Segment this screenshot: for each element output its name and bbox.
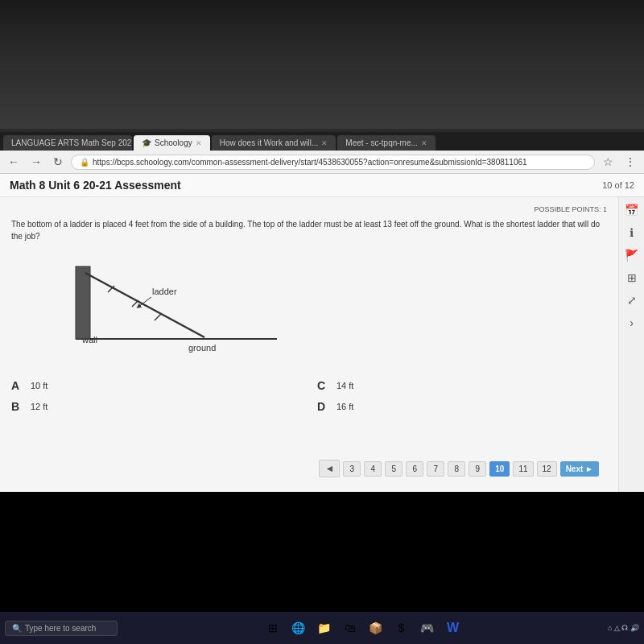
tab-1[interactable]: LANGUAGE ARTS Math Sep 2021 E... ✕ <box>3 135 132 151</box>
right-sidebar: 📅 ℹ 🚩 ⊞ ⤢ › <box>618 197 644 492</box>
question-area: POSSIBLE POINTS: 1 The bottom of a ladde… <box>0 197 618 492</box>
forward-button[interactable]: → <box>27 154 45 170</box>
next-page-button[interactable]: Next ► <box>560 461 599 477</box>
settings-button[interactable]: ⋮ <box>621 154 639 170</box>
taskbar-store-icon[interactable]: 🛍 <box>339 617 361 639</box>
tab-3[interactable]: How does it Work and will... ✕ <box>212 135 336 151</box>
answer-grid: A 10 ft C 14 ft B 12 ft D 16 ft <box>11 379 607 413</box>
main-content: POSSIBLE POINTS: 1 The bottom of a ladde… <box>0 197 644 492</box>
ladder-diagram: ladder wall ground <box>27 250 285 363</box>
taskbar: 🔍 Type here to search ⊞ 🌐 📁 🛍 📦 $ 🎮 W ⌂ … <box>0 612 644 644</box>
page-12-button[interactable]: 12 <box>537 461 557 477</box>
answer-letter-c: C <box>317 379 330 392</box>
expand-icon[interactable]: ⤢ <box>627 294 637 307</box>
calendar-icon[interactable]: 📅 <box>625 204 638 217</box>
flag-icon[interactable]: 🚩 <box>625 249 638 262</box>
search-icon: 🔍 <box>12 624 22 633</box>
tab-4[interactable]: Meet - sc-tpqn-me... ✕ <box>337 135 435 151</box>
answer-text-c: 14 ft <box>336 381 353 390</box>
page-10-button[interactable]: 10 <box>489 461 510 477</box>
browser-chrome: LANGUAGE ARTS Math Sep 2021 E... ✕ 🎓 Sch… <box>0 129 644 174</box>
taskbar-icons: ⊞ 🌐 📁 🛍 📦 $ 🎮 W <box>121 617 605 639</box>
prev-page-button[interactable]: ◄ <box>319 460 340 477</box>
taskbar-dollar-icon[interactable]: $ <box>390 617 413 639</box>
answer-text-d: 16 ft <box>336 402 353 411</box>
tab-1-label: LANGUAGE ARTS Math Sep 2021 E... <box>11 138 132 147</box>
url-text: https://bcps.schoology.com/common-assess… <box>93 158 527 167</box>
chevron-right-icon[interactable]: › <box>630 316 634 329</box>
svg-line-4 <box>132 300 138 307</box>
answer-row-d[interactable]: D 16 ft <box>317 400 607 413</box>
taskbar-folder-icon[interactable]: 📁 <box>313 617 336 639</box>
lock-icon: 🔒 <box>80 158 89 167</box>
svg-rect-1 <box>76 266 90 339</box>
possible-points: POSSIBLE POINTS: 1 <box>11 205 607 213</box>
bookmark-button[interactable]: ☆ <box>600 154 617 170</box>
answer-text-a: 10 ft <box>31 381 47 390</box>
taskbar-app1-icon[interactable]: 🎮 <box>416 617 439 639</box>
answer-row-a[interactable]: A 10 ft <box>11 379 301 392</box>
tab-4-label: Meet - sc-tpqn-me... <box>345 138 417 147</box>
tab-schoology-close[interactable]: ✕ <box>196 139 202 147</box>
answer-letter-a: A <box>11 379 24 392</box>
back-button[interactable]: ← <box>5 154 23 170</box>
page-6-button[interactable]: 6 <box>406 461 423 477</box>
page-8-button[interactable]: 8 <box>448 461 465 477</box>
cursor-area <box>11 426 607 445</box>
address-bar[interactable]: 🔒 https://bcps.schoology.com/common-asse… <box>71 155 595 170</box>
tab-4-close[interactable]: ✕ <box>421 139 427 147</box>
answer-row-b[interactable]: B 12 ft <box>11 400 301 413</box>
taskbar-dropbox-icon[interactable]: 📦 <box>365 617 387 639</box>
page-3-button[interactable]: 3 <box>343 461 361 477</box>
photo-background <box>0 0 644 129</box>
page-11-button[interactable]: 11 <box>513 461 533 477</box>
taskbar-edge-icon[interactable]: 🌐 <box>287 617 310 639</box>
taskbar-system-icons: ⌂ △ ☊ 🔊 <box>608 624 639 632</box>
tab-3-label: How does it Work and will... <box>220 138 319 147</box>
answer-letter-b: B <box>11 400 24 413</box>
taskbar-word-icon[interactable]: W <box>442 617 464 639</box>
page-7-button[interactable]: 7 <box>427 461 444 477</box>
answer-row-c[interactable]: C 14 ft <box>317 379 607 392</box>
answer-text-b: 12 ft <box>31 402 47 411</box>
answer-letter-d: D <box>317 400 330 413</box>
page-4-button[interactable]: 4 <box>364 461 382 477</box>
tab-schoology-label: Schoology <box>155 138 192 147</box>
page-title: Math 8 Unit 6 20-21 Assessment <box>10 179 181 192</box>
diagram-container: ladder wall ground <box>27 250 607 366</box>
taskbar-windows-icon[interactable]: ⊞ <box>262 617 284 639</box>
page-count: 10 of 12 <box>602 180 634 190</box>
page-9-button[interactable]: 9 <box>469 461 486 477</box>
svg-text:wall: wall <box>81 335 97 345</box>
page-5-button[interactable]: 5 <box>385 461 402 477</box>
svg-line-2 <box>85 273 204 337</box>
svg-text:ground: ground <box>188 343 216 353</box>
refresh-button[interactable]: ↻ <box>50 154 66 170</box>
pagination-bar: ◄ 3 4 5 6 7 8 9 10 11 12 Next ► <box>11 453 607 484</box>
tab-schoology[interactable]: 🎓 Schoology ✕ <box>134 135 210 151</box>
question-text: The bottom of a ladder is placed 4 feet … <box>11 218 607 242</box>
info-icon[interactable]: ℹ <box>630 226 634 239</box>
tab-bar: LANGUAGE ARTS Math Sep 2021 E... ✕ 🎓 Sch… <box>0 132 644 151</box>
tab-3-close[interactable]: ✕ <box>321 139 328 147</box>
taskbar-right: ⌂ △ ☊ 🔊 <box>608 624 639 632</box>
page-title-bar: Math 8 Unit 6 20-21 Assessment 10 of 12 <box>0 174 644 197</box>
taskbar-search-text: Type here to search <box>25 624 96 633</box>
nav-bar: ← → ↻ 🔒 https://bcps.schoology.com/commo… <box>0 151 644 174</box>
svg-text:ladder: ladder <box>152 287 177 296</box>
grid-icon[interactable]: ⊞ <box>627 271 637 284</box>
taskbar-search[interactable]: 🔍 Type here to search <box>5 621 118 636</box>
svg-line-5 <box>155 314 161 320</box>
